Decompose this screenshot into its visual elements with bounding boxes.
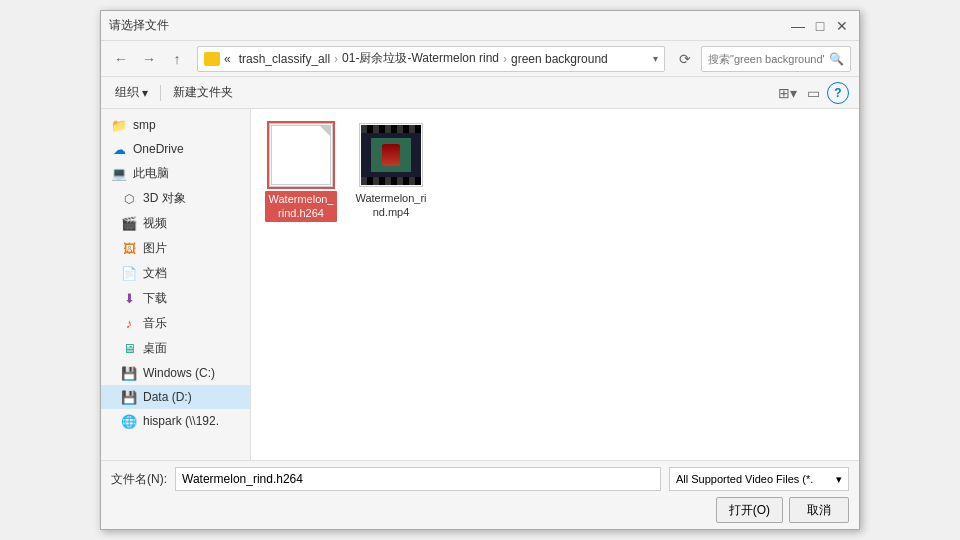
main-content: 📁 smp ☁ OneDrive 💻 此电脑 ⬡ 3D 对象 🎬 <box>101 109 859 460</box>
sidebar-label-this-pc: 此电脑 <box>133 165 169 182</box>
sidebar-label-3d: 3D 对象 <box>143 190 186 207</box>
title-controls: — □ ✕ <box>789 17 851 35</box>
downloads-icon: ⬇ <box>121 291 137 307</box>
breadcrumb-path-3: green background <box>511 52 608 66</box>
pane-button[interactable]: ▭ <box>801 81 825 105</box>
sidebar-item-3d[interactable]: ⬡ 3D 对象 <box>101 186 250 211</box>
nav-toolbar: ← → ↑ « trash_classify_all › 01-厨余垃圾-Wat… <box>101 41 859 77</box>
organize-arrow-icon: ▾ <box>142 86 148 100</box>
breadcrumb-items: « trash_classify_all › 01-厨余垃圾-Watermelo… <box>224 50 608 67</box>
view-icon: ⊞ <box>778 85 790 101</box>
search-icon: 🔍 <box>829 52 844 66</box>
new-folder-button[interactable]: 新建文件夹 <box>169 82 237 103</box>
sidebar-list: 📁 smp ☁ OneDrive 💻 此电脑 ⬡ 3D 对象 🎬 <box>101 109 250 437</box>
filetype-arrow-icon: ▾ <box>836 473 842 486</box>
filename-row: 文件名(N): All Supported Video Files (*. ▾ <box>111 467 849 491</box>
minimize-button[interactable]: — <box>789 17 807 35</box>
windows-c-icon: 💾 <box>121 365 137 381</box>
cancel-button[interactable]: 取消 <box>789 497 849 523</box>
video-thumb <box>361 125 421 185</box>
sidebar-item-desktop[interactable]: 🖥 桌面 <box>101 336 250 361</box>
video-strip-bottom <box>361 177 421 185</box>
video-thumb-inner <box>382 144 400 166</box>
sidebar-label-music: 音乐 <box>143 315 167 332</box>
up-button[interactable]: ↑ <box>165 47 189 71</box>
sidebar-item-downloads[interactable]: ⬇ 下载 <box>101 286 250 311</box>
sidebar-label-data-d: Data (D:) <box>143 390 192 404</box>
search-input[interactable] <box>708 53 825 65</box>
sidebar-label-hispark: hispark (\\192. <box>143 414 219 428</box>
sidebar-label-desktop: 桌面 <box>143 340 167 357</box>
forward-button[interactable]: → <box>137 47 161 71</box>
organize-button[interactable]: 组织 ▾ <box>111 82 152 103</box>
onedrive-icon: ☁ <box>111 141 127 157</box>
open-button[interactable]: 打开(O) <box>716 497 783 523</box>
dialog-action-row: 打开(O) 取消 <box>111 497 849 523</box>
music-icon: ♪ <box>121 316 137 332</box>
sidebar-label-videos: 视频 <box>143 215 167 232</box>
hispark-icon: 🌐 <box>121 413 137 429</box>
documents-icon: 📄 <box>121 266 137 282</box>
breadcrumb-bar[interactable]: « trash_classify_all › 01-厨余垃圾-Watermelo… <box>197 46 665 72</box>
sidebar-label-documents: 文档 <box>143 265 167 282</box>
video-strip-top <box>361 125 421 133</box>
action-separator-1 <box>160 85 161 101</box>
view-controls: ⊞ ▾ ▭ ? <box>775 81 849 105</box>
dialog-title: 请选择文件 <box>109 17 169 34</box>
file-item-h264[interactable]: Watermelon_rind.h264 <box>261 119 341 226</box>
3d-icon: ⬡ <box>121 191 137 207</box>
filename-input[interactable] <box>175 467 661 491</box>
pictures-icon: 🖼 <box>121 241 137 257</box>
filetype-dropdown[interactable]: All Supported Video Files (*. ▾ <box>669 467 849 491</box>
desktop-icon: 🖥 <box>121 341 137 357</box>
refresh-button[interactable]: ⟳ <box>673 47 697 71</box>
sidebar-item-hispark[interactable]: 🌐 hispark (\\192. <box>101 409 250 433</box>
breadcrumb-path-1: trash_classify_all <box>239 52 330 66</box>
blank-file-icon <box>271 125 331 185</box>
organize-label: 组织 <box>115 84 139 101</box>
this-pc-icon: 💻 <box>111 166 127 182</box>
file-thumb-h264 <box>269 123 333 187</box>
close-button[interactable]: ✕ <box>833 17 851 35</box>
view-arrow-icon: ▾ <box>790 85 797 101</box>
view-button[interactable]: ⊞ ▾ <box>775 81 799 105</box>
video-preview <box>371 138 411 172</box>
file-thumb-mp4 <box>359 123 423 187</box>
pane-icon: ▭ <box>807 85 820 101</box>
maximize-button[interactable]: □ <box>811 17 829 35</box>
sidebar: 📁 smp ☁ OneDrive 💻 此电脑 ⬡ 3D 对象 🎬 <box>101 109 251 460</box>
file-area: Watermelon_rind.h264 Watermelon_rind.mp4 <box>251 109 859 460</box>
sidebar-item-onedrive[interactable]: ☁ OneDrive <box>101 137 250 161</box>
file-dialog: 请选择文件 — □ ✕ ← → ↑ « trash_classify_all ›… <box>100 10 860 530</box>
sidebar-label-pictures: 图片 <box>143 240 167 257</box>
sidebar-item-data-d[interactable]: 💾 Data (D:) <box>101 385 250 409</box>
breadcrumb-dropdown-icon: ▾ <box>653 53 658 64</box>
file-name-h264: Watermelon_rind.h264 <box>265 191 337 222</box>
sidebar-item-this-pc[interactable]: 💻 此电脑 <box>101 161 250 186</box>
help-button[interactable]: ? <box>827 82 849 104</box>
action-bar: 组织 ▾ 新建文件夹 ⊞ ▾ ▭ ? <box>101 77 859 109</box>
data-d-icon: 💾 <box>121 389 137 405</box>
sidebar-item-videos[interactable]: 🎬 视频 <box>101 211 250 236</box>
sidebar-item-windows-c[interactable]: 💾 Windows (C:) <box>101 361 250 385</box>
smp-icon: 📁 <box>111 117 127 133</box>
bottom-bar: 文件名(N): All Supported Video Files (*. ▾ … <box>101 460 859 529</box>
sidebar-item-pictures[interactable]: 🖼 图片 <box>101 236 250 261</box>
sidebar-item-documents[interactable]: 📄 文档 <box>101 261 250 286</box>
sidebar-label-windows-c: Windows (C:) <box>143 366 215 380</box>
sidebar-label-downloads: 下载 <box>143 290 167 307</box>
file-name-mp4: Watermelon_rind.mp4 <box>355 191 427 220</box>
folder-icon <box>204 52 220 66</box>
filename-label: 文件名(N): <box>111 471 167 488</box>
breadcrumb-part-1: « <box>224 52 231 66</box>
sidebar-label-onedrive: OneDrive <box>133 142 184 156</box>
videos-icon: 🎬 <box>121 216 137 232</box>
new-folder-label: 新建文件夹 <box>173 84 233 101</box>
sidebar-item-smp[interactable]: 📁 smp <box>101 113 250 137</box>
sidebar-item-music[interactable]: ♪ 音乐 <box>101 311 250 336</box>
back-button[interactable]: ← <box>109 47 133 71</box>
search-bar[interactable]: 🔍 <box>701 46 851 72</box>
file-item-mp4[interactable]: Watermelon_rind.mp4 <box>351 119 431 226</box>
title-bar: 请选择文件 — □ ✕ <box>101 11 859 41</box>
breadcrumb-path-2: 01-厨余垃圾-Watermelon rind <box>342 50 499 67</box>
